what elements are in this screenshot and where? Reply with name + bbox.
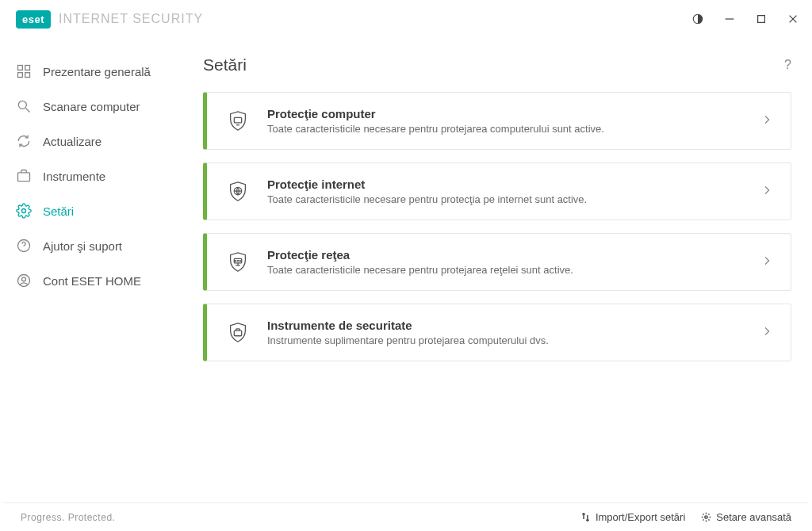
magnifier-icon <box>16 98 32 114</box>
svg-rect-6 <box>25 66 30 71</box>
refresh-icon <box>16 133 32 149</box>
svg-point-15 <box>18 275 30 287</box>
footer-tagline: Progress. Protected. <box>21 512 115 523</box>
page-header: Setări ? <box>203 55 791 74</box>
sidebar-item-account[interactable]: Cont ESET HOME <box>0 263 182 298</box>
sidebar-item-scan[interactable]: Scanare computer <box>0 89 182 124</box>
svg-rect-2 <box>758 16 765 23</box>
svg-rect-7 <box>18 73 23 78</box>
card-network-protection[interactable]: Protecţie reţea Toate caracteristicile n… <box>203 233 791 291</box>
card-security-tools[interactable]: Instrumente de securitate Instrumente su… <box>203 304 791 361</box>
import-export-label: Import/Export setări <box>596 511 685 523</box>
sidebar-item-settings[interactable]: Setări <box>0 193 182 228</box>
chevron-right-icon <box>760 254 773 270</box>
svg-point-12 <box>22 209 26 213</box>
svg-rect-27 <box>234 330 241 336</box>
page-title: Setări <box>203 55 247 74</box>
sidebar: Prezentare generală Scanare computer Act… <box>0 38 182 502</box>
svg-point-22 <box>236 260 236 261</box>
advanced-settings-label: Setare avansată <box>716 511 791 523</box>
chevron-right-icon <box>760 184 773 200</box>
svg-rect-8 <box>25 73 30 78</box>
svg-point-9 <box>18 101 26 109</box>
sidebar-item-help[interactable]: Ajutor şi suport <box>0 228 182 263</box>
card-title: Instrumente de securitate <box>267 319 760 332</box>
svg-line-10 <box>26 109 30 113</box>
card-internet-protection[interactable]: Protecţie internet Toate caracteristicil… <box>203 162 791 220</box>
sidebar-item-label: Instrumente <box>43 170 105 183</box>
shield-monitor-icon <box>224 108 251 135</box>
sidebar-item-tools[interactable]: Instrumente <box>0 159 182 193</box>
brand-badge: eset <box>16 10 51 29</box>
sidebar-item-label: Cont ESET HOME <box>43 274 141 288</box>
sidebar-item-label: Ajutor şi suport <box>43 239 122 253</box>
card-desc: Toate caracteristicile necesare pentru p… <box>267 264 760 276</box>
card-desc: Instrumente suplimentare pentru protejar… <box>267 334 760 346</box>
briefcase-icon <box>16 168 32 184</box>
maximize-button[interactable] <box>755 13 768 25</box>
shield-briefcase-icon <box>224 319 251 346</box>
sidebar-item-overview[interactable]: Prezentare generală <box>0 54 182 89</box>
titlebar: eset INTERNET SECURITY <box>0 0 812 38</box>
advanced-settings-button[interactable]: Setare avansată <box>701 511 791 523</box>
svg-rect-17 <box>234 117 241 123</box>
card-title: Protecţie computer <box>267 107 760 120</box>
chevron-right-icon <box>760 113 773 129</box>
sidebar-item-update[interactable]: Actualizare <box>0 124 182 159</box>
svg-point-23 <box>237 260 238 261</box>
shield-network-icon <box>224 249 251 276</box>
sidebar-item-label: Scanare computer <box>43 100 140 113</box>
main-panel: Setări ? Protecţie computer Toate caract… <box>182 38 812 502</box>
svg-point-24 <box>239 260 240 261</box>
svg-rect-5 <box>18 66 23 71</box>
shield-globe-icon <box>224 178 251 205</box>
help-circle-icon <box>16 238 32 254</box>
svg-point-28 <box>705 516 707 518</box>
minimize-button[interactable] <box>723 13 736 25</box>
card-title: Protecţie reţea <box>267 248 760 262</box>
chevron-right-icon <box>760 325 773 341</box>
product-name: INTERNET SECURITY <box>59 12 203 26</box>
svg-point-16 <box>22 277 26 281</box>
card-computer-protection[interactable]: Protecţie computer Toate caracteristicil… <box>203 92 791 150</box>
dashboard-icon <box>16 63 32 79</box>
card-desc: Toate caracteristicile necesare pentru p… <box>267 193 760 205</box>
card-title: Protecţie internet <box>267 178 760 191</box>
gear-icon <box>16 203 32 219</box>
import-export-button[interactable]: Import/Export setări <box>580 511 685 523</box>
sidebar-item-label: Actualizare <box>43 135 102 148</box>
sidebar-item-label: Setări <box>43 204 74 218</box>
contrast-icon[interactable] <box>691 13 704 25</box>
user-circle-icon <box>16 273 32 288</box>
sidebar-item-label: Prezentare generală <box>43 65 151 78</box>
close-button[interactable] <box>787 13 799 25</box>
help-icon[interactable]: ? <box>784 58 791 72</box>
card-desc: Toate caracteristicile necesare pentru p… <box>267 123 760 135</box>
svg-rect-11 <box>18 173 30 181</box>
window-controls <box>691 13 799 25</box>
footer: Progress. Protected. Import/Export setăr… <box>3 502 809 531</box>
